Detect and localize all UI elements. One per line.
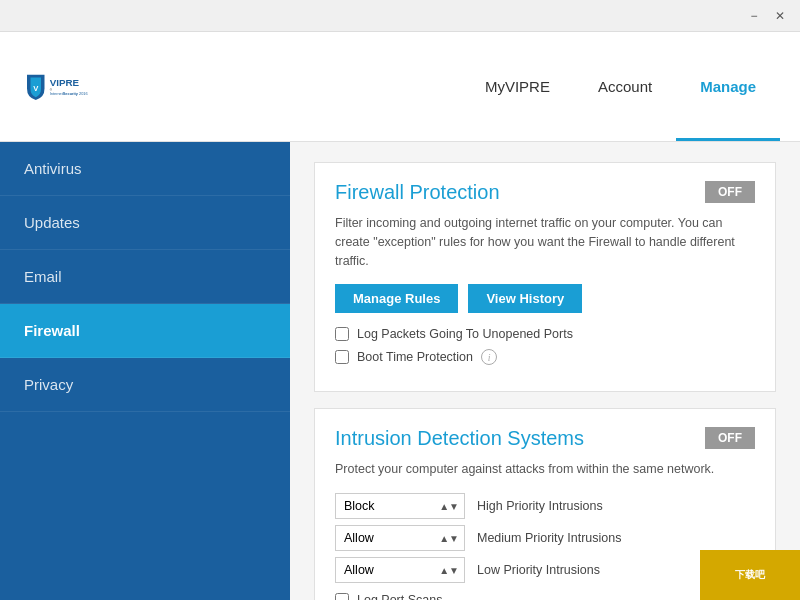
watermark-badge: 下载吧 (700, 550, 800, 600)
sidebar-item-antivirus[interactable]: Antivirus (0, 142, 290, 196)
boot-protection-label: Boot Time Protection (357, 350, 473, 364)
sidebar-item-updates[interactable]: Updates (0, 196, 290, 250)
header: V VIPRE ® InternetSecurity 2016 MyVIPRE … (0, 32, 800, 142)
firewall-title: Firewall Protection (335, 181, 500, 204)
ids-rule-row-0: Block Allow Prompt ▲▼ High Priority Intr… (335, 493, 755, 519)
nav-manage[interactable]: Manage (676, 32, 780, 141)
sidebar-item-privacy[interactable]: Privacy (0, 358, 290, 412)
sidebar-item-email[interactable]: Email (0, 250, 290, 304)
ids-rule-label-0: High Priority Intrusions (477, 499, 603, 513)
svg-text:V: V (33, 83, 39, 92)
main-layout: Antivirus Updates Email Firewall Privacy… (0, 142, 800, 600)
ids-select-high[interactable]: Block Allow Prompt (335, 493, 465, 519)
vipre-logo: V VIPRE ® InternetSecurity 2016 (20, 52, 90, 122)
firewall-toggle[interactable]: OFF (705, 181, 755, 203)
svg-text:®: ® (50, 87, 53, 91)
log-port-scans-label: Log Port Scans (357, 593, 442, 600)
svg-text:InternetSecurity 2016: InternetSecurity 2016 (50, 92, 88, 96)
ids-select-low[interactable]: Block Allow Prompt (335, 557, 465, 583)
log-port-scans-row: Log Port Scans (335, 593, 755, 600)
svg-text:VIPRE: VIPRE (50, 76, 80, 87)
sidebar: Antivirus Updates Email Firewall Privacy (0, 142, 290, 600)
firewall-description: Filter incoming and outgoing internet tr… (335, 214, 755, 270)
nav-account[interactable]: Account (574, 32, 676, 141)
ids-title: Intrusion Detection Systems (335, 427, 584, 450)
ids-rule-row-2: Block Allow Prompt ▲▼ Low Priority Intru… (335, 557, 755, 583)
firewall-btn-row: Manage Rules View History (335, 284, 755, 313)
firewall-section: Firewall Protection OFF Filter incoming … (314, 162, 776, 392)
ids-section-header: Intrusion Detection Systems OFF (335, 427, 755, 450)
nav-area: MyVIPRE Account Manage (300, 32, 780, 141)
boot-protection-info-icon[interactable]: i (481, 349, 497, 365)
ids-select-wrap-2: Block Allow Prompt ▲▼ (335, 557, 465, 583)
title-bar: − ✕ (0, 0, 800, 32)
boot-protection-checkbox[interactable] (335, 350, 349, 364)
logo-area: V VIPRE ® InternetSecurity 2016 (20, 52, 300, 122)
boot-protection-row: Boot Time Protection i (335, 349, 755, 365)
manage-rules-button[interactable]: Manage Rules (335, 284, 458, 313)
ids-rule-label-2: Low Priority Intrusions (477, 563, 600, 577)
minimize-button[interactable]: − (742, 6, 766, 26)
sidebar-item-firewall[interactable]: Firewall (0, 304, 290, 358)
close-button[interactable]: ✕ (768, 6, 792, 26)
ids-toggle[interactable]: OFF (705, 427, 755, 449)
ids-rule-label-1: Medium Priority Intrusions (477, 531, 622, 545)
view-history-button[interactable]: View History (468, 284, 582, 313)
ids-select-wrap-1: Block Allow Prompt ▲▼ (335, 525, 465, 551)
firewall-section-header: Firewall Protection OFF (335, 181, 755, 204)
log-packets-label: Log Packets Going To Unopened Ports (357, 327, 573, 341)
ids-rules: Block Allow Prompt ▲▼ High Priority Intr… (335, 493, 755, 583)
nav-myvipre[interactable]: MyVIPRE (461, 32, 574, 141)
ids-description: Protect your computer against attacks fr… (335, 460, 755, 479)
content-area: Firewall Protection OFF Filter incoming … (290, 142, 800, 600)
ids-select-medium[interactable]: Block Allow Prompt (335, 525, 465, 551)
log-port-scans-checkbox[interactable] (335, 593, 349, 600)
ids-rule-row-1: Block Allow Prompt ▲▼ Medium Priority In… (335, 525, 755, 551)
log-packets-checkbox[interactable] (335, 327, 349, 341)
ids-select-wrap-0: Block Allow Prompt ▲▼ (335, 493, 465, 519)
log-packets-row: Log Packets Going To Unopened Ports (335, 327, 755, 341)
